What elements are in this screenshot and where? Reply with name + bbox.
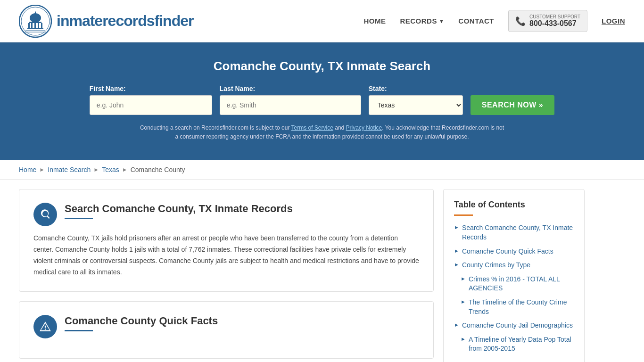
state-select[interactable]: Texas <box>369 95 463 115</box>
main-nav: HOME RECORDS ▼ CONTACT 📞 CUSTOMER SUPPOR… <box>363 10 625 32</box>
last-name-input[interactable] <box>220 95 361 115</box>
first-name-group: First Name: <box>90 85 212 115</box>
last-name-label: Last Name: <box>220 85 255 92</box>
toc-arrow-6: ► <box>454 322 459 328</box>
toc-item-1[interactable]: ► Search Comanche County, TX Inmate Reco… <box>454 223 574 242</box>
section-inmate-records: Search Comanche County, TX Inmate Record… <box>19 189 434 291</box>
first-name-input[interactable] <box>90 95 212 115</box>
nav-home[interactable]: HOME <box>363 17 386 25</box>
privacy-link[interactable]: Privacy Notice <box>346 124 382 131</box>
section2-title-group: Comanche County Quick Facts <box>65 315 218 331</box>
toc-link-4[interactable]: Crimes % in 2016 - TOTAL ALL AGENCIES <box>469 275 574 293</box>
svg-rect-6 <box>34 23 36 28</box>
toc-link-7[interactable]: A Timeline of Yearly Data Pop Total from… <box>469 335 574 354</box>
terms-link[interactable]: Terms of Service <box>291 124 333 131</box>
section2-title: Comanche County Quick Facts <box>65 315 218 327</box>
nav-records[interactable]: RECORDS ▼ <box>400 17 444 25</box>
toc-title: Table of Contents <box>454 200 574 210</box>
hero-section: Comanche County, TX Inmate Search First … <box>0 42 644 160</box>
last-name-group: Last Name: <box>220 85 361 115</box>
svg-rect-9 <box>27 28 43 29</box>
hero-disclaimer: Conducting a search on Recordsfinder.com… <box>138 123 506 141</box>
search-form: First Name: Last Name: State: Texas SEAR… <box>19 85 625 115</box>
section1-header: Search Comanche County, TX Inmate Record… <box>33 203 419 226</box>
breadcrumb-sep-1: ► <box>39 166 45 173</box>
hero-title: Comanche County, TX Inmate Search <box>19 59 625 74</box>
breadcrumb-texas[interactable]: Texas <box>102 166 119 173</box>
first-name-label: First Name: <box>90 85 126 92</box>
section2-header: Comanche County Quick Facts <box>33 315 419 338</box>
chevron-down-icon: ▼ <box>439 18 444 24</box>
toc-item-3[interactable]: ► County Crimes by Type <box>454 261 574 270</box>
toc-arrow-5: ► <box>461 299 466 304</box>
section1-body: Comanche County, TX jails hold prisoners… <box>33 233 419 278</box>
state-label: State: <box>369 85 387 92</box>
toc-arrow-3: ► <box>454 262 459 267</box>
alert-section-icon <box>33 315 57 338</box>
breadcrumb-sep-2: ► <box>93 166 99 173</box>
state-group: State: Texas <box>369 85 463 115</box>
customer-support-box[interactable]: 📞 CUSTOMER SUPPORT 800-433-0567 <box>508 10 587 32</box>
svg-rect-5 <box>31 23 33 28</box>
toc-link-5[interactable]: The Timeline of the County Crime Trends <box>469 298 574 316</box>
toc-link-2[interactable]: Comanche County Quick Facts <box>462 247 553 256</box>
toc-item-4[interactable]: ► Crimes % in 2016 - TOTAL ALL AGENCIES <box>454 275 574 293</box>
section1-title-group: Search Comanche County, TX Inmate Record… <box>65 203 293 219</box>
toc-link-6[interactable]: Comanche County Jail Demographics <box>462 321 573 330</box>
svg-marker-11 <box>34 11 36 14</box>
toc-arrow-4: ► <box>461 276 466 281</box>
toc-link-1[interactable]: Search Comanche County, TX Inmate Record… <box>462 223 574 242</box>
toc-item-7[interactable]: ► A Timeline of Yearly Data Pop Total fr… <box>454 335 574 354</box>
section-quick-facts: Comanche County Quick Facts <box>19 301 434 359</box>
search-section-icon <box>33 203 57 226</box>
svg-rect-3 <box>29 22 41 23</box>
phone-icon: 📞 <box>515 16 526 26</box>
table-of-contents: Table of Contents ► Search Comanche Coun… <box>443 189 585 362</box>
logo-icon <box>19 5 52 38</box>
toc-link-3[interactable]: County Crimes by Type <box>462 261 530 270</box>
breadcrumb-inmate-search[interactable]: Inmate Search <box>48 166 91 173</box>
breadcrumb: Home ► Inmate Search ► Texas ► Comanche … <box>0 160 644 180</box>
logo-text: inmaterecordsfinder <box>57 12 193 30</box>
toc-arrow-1: ► <box>454 224 459 230</box>
alert-icon <box>39 321 51 333</box>
breadcrumb-current: Comanche County <box>131 166 185 173</box>
toc-divider <box>454 214 473 216</box>
section2-underline <box>65 330 93 331</box>
svg-rect-8 <box>41 23 42 28</box>
section1-title: Search Comanche County, TX Inmate Record… <box>65 203 293 215</box>
nav-contact[interactable]: CONTACT <box>458 17 494 25</box>
toc-arrow-2: ► <box>454 248 459 254</box>
section1-underline <box>65 218 93 219</box>
toc-item-6[interactable]: ► Comanche County Jail Demographics <box>454 321 574 330</box>
sidebar: Table of Contents ► Search Comanche Coun… <box>443 189 585 362</box>
svg-rect-4 <box>28 23 30 28</box>
content-area: Search Comanche County, TX Inmate Record… <box>19 189 443 362</box>
toc-item-5[interactable]: ► The Timeline of the County Crime Trend… <box>454 298 574 316</box>
toc-arrow-7: ► <box>461 336 466 342</box>
breadcrumb-sep-3: ► <box>122 166 128 173</box>
customer-support-info: CUSTOMER SUPPORT 800-433-0567 <box>529 14 580 28</box>
main-container: Search Comanche County, TX Inmate Record… <box>0 180 644 362</box>
logo[interactable]: inmaterecordsfinder <box>19 5 193 38</box>
nav-login[interactable]: LOGIN <box>602 17 625 25</box>
search-button[interactable]: SEARCH NOW » <box>471 95 554 115</box>
breadcrumb-home[interactable]: Home <box>19 166 36 173</box>
toc-item-2[interactable]: ► Comanche County Quick Facts <box>454 247 574 256</box>
svg-rect-7 <box>38 23 39 28</box>
magnifier-icon <box>39 208 51 221</box>
site-header: inmaterecordsfinder HOME RECORDS ▼ CONTA… <box>0 0 644 42</box>
